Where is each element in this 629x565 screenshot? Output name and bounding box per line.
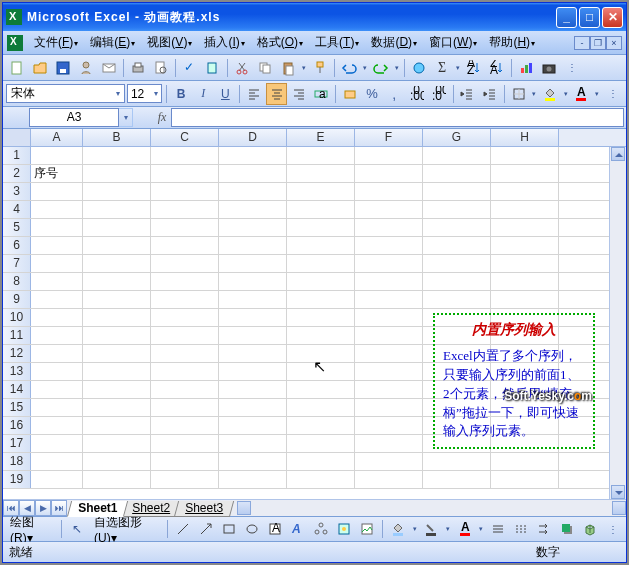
cell-C1[interactable] — [151, 147, 219, 164]
cell-H2[interactable] — [491, 165, 559, 182]
dash-style-icon[interactable] — [511, 518, 531, 540]
cell-B8[interactable] — [83, 273, 151, 290]
cell-H9[interactable] — [491, 291, 559, 308]
cell-G7[interactable] — [423, 255, 491, 272]
cell-B19[interactable] — [83, 471, 151, 488]
cell-B12[interactable] — [83, 345, 151, 362]
sheet-tab-3[interactable]: Sheet3 — [174, 501, 234, 517]
cell-D12[interactable] — [219, 345, 287, 362]
merge-center-icon[interactable]: a — [311, 83, 331, 105]
name-box[interactable]: A3 — [29, 108, 119, 127]
menu-format[interactable]: 格式(O)▾ — [252, 32, 308, 53]
cell-F3[interactable] — [355, 183, 423, 200]
cell-B11[interactable] — [83, 327, 151, 344]
cell-C18[interactable] — [151, 453, 219, 470]
underline-icon[interactable]: U — [215, 83, 235, 105]
line-color-icon[interactable] — [421, 518, 441, 540]
cell-A17[interactable] — [31, 435, 83, 452]
cell-F7[interactable] — [355, 255, 423, 272]
cell-D2[interactable] — [219, 165, 287, 182]
cell-D16[interactable] — [219, 417, 287, 434]
cell-F2[interactable] — [355, 165, 423, 182]
minimize-button[interactable]: _ — [556, 7, 577, 28]
font-size-combobox[interactable]: 12▾ — [127, 84, 162, 103]
cell-G19[interactable] — [423, 471, 491, 488]
cell-B3[interactable] — [83, 183, 151, 200]
cell-E7[interactable] — [287, 255, 355, 272]
cell-F17[interactable] — [355, 435, 423, 452]
toolbar-options-icon[interactable]: ⋮ — [603, 518, 623, 540]
row-header[interactable]: 6 — [3, 237, 31, 254]
formula-input[interactable] — [171, 108, 624, 127]
decrease-decimal-icon[interactable]: .00.0 — [428, 83, 448, 105]
cell-F5[interactable] — [355, 219, 423, 236]
menu-file[interactable]: 文件(F)▾ — [29, 32, 83, 53]
cell-E8[interactable] — [287, 273, 355, 290]
select-objects-icon[interactable]: ↖ — [67, 518, 87, 540]
col-header-G[interactable]: G — [423, 129, 491, 146]
scroll-up-icon[interactable] — [611, 147, 625, 161]
cell-C14[interactable] — [151, 381, 219, 398]
picture-icon[interactable] — [357, 518, 377, 540]
cell-G2[interactable] — [423, 165, 491, 182]
col-header-A[interactable]: A — [31, 129, 83, 146]
paste-icon[interactable] — [277, 57, 299, 79]
open-icon[interactable] — [29, 57, 51, 79]
cell-F15[interactable] — [355, 399, 423, 416]
cell-H3[interactable] — [491, 183, 559, 200]
col-header-B[interactable]: B — [83, 129, 151, 146]
row-header[interactable]: 17 — [3, 435, 31, 452]
increase-indent-icon[interactable] — [480, 83, 500, 105]
fill-color-dropdown[interactable]: ▾ — [562, 90, 569, 98]
increase-decimal-icon[interactable]: .0.00 — [406, 83, 426, 105]
sort-asc-icon[interactable]: AZ — [463, 57, 485, 79]
menu-view[interactable]: 视图(V)▾ — [142, 32, 197, 53]
format-painter-icon[interactable] — [309, 57, 331, 79]
cell-F6[interactable] — [355, 237, 423, 254]
font-color-icon[interactable]: A — [571, 83, 591, 105]
cell-C19[interactable] — [151, 471, 219, 488]
col-header-E[interactable]: E — [287, 129, 355, 146]
decrease-indent-icon[interactable] — [457, 83, 477, 105]
cell-A15[interactable] — [31, 399, 83, 416]
cell-A19[interactable] — [31, 471, 83, 488]
italic-icon[interactable]: I — [193, 83, 213, 105]
cell-D5[interactable] — [219, 219, 287, 236]
cell-B7[interactable] — [83, 255, 151, 272]
cell-G3[interactable] — [423, 183, 491, 200]
cell-C5[interactable] — [151, 219, 219, 236]
close-button[interactable]: ✕ — [602, 7, 623, 28]
bold-icon[interactable]: B — [171, 83, 191, 105]
shadow-icon[interactable] — [557, 518, 577, 540]
cell-D6[interactable] — [219, 237, 287, 254]
row-header[interactable]: 14 — [3, 381, 31, 398]
print-icon[interactable] — [127, 57, 149, 79]
horizontal-scrollbar[interactable] — [237, 500, 626, 516]
cell-F13[interactable] — [355, 363, 423, 380]
cell-A18[interactable] — [31, 453, 83, 470]
col-header-F[interactable]: F — [355, 129, 423, 146]
row-header[interactable]: 4 — [3, 201, 31, 218]
cell-E12[interactable] — [287, 345, 355, 362]
cell-B14[interactable] — [83, 381, 151, 398]
permission-icon[interactable] — [75, 57, 97, 79]
cell-E11[interactable] — [287, 327, 355, 344]
row-header[interactable]: 1 — [3, 147, 31, 164]
cell-C7[interactable] — [151, 255, 219, 272]
arrow-style-icon[interactable] — [534, 518, 554, 540]
cell-D7[interactable] — [219, 255, 287, 272]
toolbar-options-icon[interactable]: ⋮ — [603, 83, 623, 105]
arrow-icon[interactable] — [196, 518, 216, 540]
oval-icon[interactable] — [242, 518, 262, 540]
hyperlink-icon[interactable] — [408, 57, 430, 79]
cell-H8[interactable] — [491, 273, 559, 290]
doc-minimize-button[interactable]: - — [574, 36, 590, 50]
row-header[interactable]: 15 — [3, 399, 31, 416]
redo-icon[interactable] — [370, 57, 392, 79]
cell-B10[interactable] — [83, 309, 151, 326]
cell-D19[interactable] — [219, 471, 287, 488]
cell-C9[interactable] — [151, 291, 219, 308]
cell-F1[interactable] — [355, 147, 423, 164]
menu-insert[interactable]: 插入(I)▾ — [199, 32, 249, 53]
new-icon[interactable] — [6, 57, 28, 79]
